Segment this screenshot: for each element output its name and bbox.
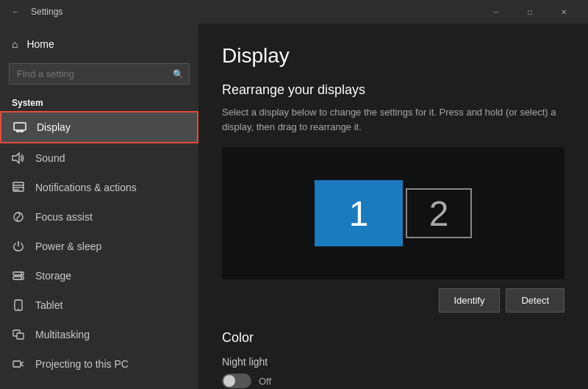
titlebar-controls: ─ □ ✕	[479, 0, 581, 24]
display-icon	[13, 121, 26, 134]
detect-button[interactable]: Detect	[506, 288, 564, 313]
projecting-icon	[12, 357, 25, 371]
sidebar-item-display[interactable]: Display	[0, 111, 198, 143]
sidebar-item-sound[interactable]: Sound	[0, 143, 198, 173]
arrange-title: Rearrange your displays	[222, 82, 564, 98]
display-buttons: Identify Detect	[222, 288, 564, 313]
monitor-2[interactable]: 2	[406, 188, 472, 238]
sidebar-item-tablet[interactable]: Tablet	[0, 290, 198, 320]
sidebar-item-notifications[interactable]: Notifications & actions	[0, 173, 198, 202]
search-box: 🔍	[9, 63, 190, 85]
svg-point-12	[21, 273, 22, 274]
sidebar: ⌂ Home 🔍 System Display	[0, 24, 198, 389]
power-icon	[12, 240, 25, 253]
sound-label: Sound	[35, 152, 65, 164]
sidebar-item-power[interactable]: Power & sleep	[0, 232, 198, 261]
home-icon: ⌂	[12, 38, 18, 50]
display-label: Display	[37, 121, 71, 133]
close-button[interactable]: ✕	[547, 0, 581, 24]
display-area[interactable]: 1 2	[222, 147, 564, 279]
storage-icon	[12, 269, 25, 282]
monitor-1[interactable]: 1	[315, 180, 403, 246]
search-icon: 🔍	[173, 69, 184, 79]
svg-point-13	[21, 277, 22, 279]
titlebar: ← Settings ─ □ ✕	[0, 0, 588, 24]
monitor-1-label: 1	[349, 193, 369, 234]
sidebar-section-label: System	[0, 90, 198, 111]
night-light-toggle-row: Off	[222, 374, 564, 388]
svg-marker-4	[12, 153, 19, 163]
notifications-label: Notifications & actions	[35, 182, 137, 193]
titlebar-left: ← Settings	[7, 3, 62, 21]
sidebar-item-projecting[interactable]: Projecting to this PC	[0, 349, 198, 379]
svg-rect-17	[17, 333, 24, 339]
multitasking-icon	[12, 328, 25, 341]
sidebar-item-home[interactable]: ⌂ Home	[0, 31, 198, 57]
multitasking-label: Multitasking	[35, 329, 90, 340]
color-title: Color	[222, 330, 564, 346]
night-light-label: Night light	[222, 356, 564, 368]
content-area: Display Rearrange your displays Select a…	[198, 24, 588, 389]
main-layout: ⌂ Home 🔍 System Display	[0, 24, 588, 389]
sidebar-item-storage[interactable]: Storage	[0, 261, 198, 290]
svg-rect-18	[13, 361, 21, 367]
maximize-button[interactable]: □	[513, 0, 547, 24]
projecting-label: Projecting to this PC	[35, 358, 129, 370]
titlebar-title: Settings	[31, 7, 62, 17]
home-label: Home	[26, 38, 54, 50]
svg-point-15	[18, 308, 19, 310]
back-button[interactable]: ←	[7, 3, 25, 21]
sidebar-item-multitasking[interactable]: Multitasking	[0, 320, 198, 349]
arrange-desc: Select a display below to change the set…	[222, 105, 564, 134]
notifications-icon	[12, 181, 25, 194]
toggle-knob	[223, 375, 235, 387]
toggle-status: Off	[259, 376, 271, 387]
search-input[interactable]	[9, 63, 190, 85]
page-title: Display	[222, 44, 564, 68]
minimize-button[interactable]: ─	[479, 0, 513, 24]
monitor-2-label: 2	[429, 193, 449, 234]
night-light-toggle[interactable]	[222, 374, 251, 388]
focus-icon	[12, 210, 25, 224]
svg-rect-0	[14, 123, 26, 130]
tablet-label: Tablet	[35, 299, 62, 311]
storage-label: Storage	[35, 270, 71, 282]
sidebar-item-focus[interactable]: Focus assist	[0, 202, 198, 232]
monitors-container: 1 2	[315, 180, 472, 246]
sound-icon	[12, 151, 25, 165]
tablet-icon	[12, 299, 25, 312]
power-label: Power & sleep	[35, 240, 101, 252]
focus-label: Focus assist	[35, 211, 93, 223]
identify-button[interactable]: Identify	[439, 288, 501, 313]
